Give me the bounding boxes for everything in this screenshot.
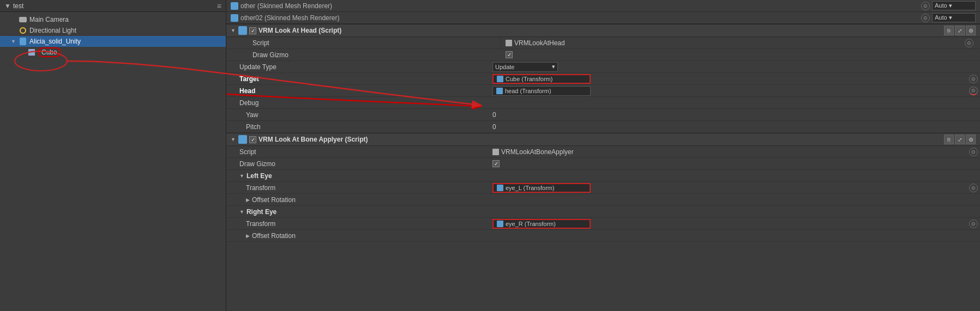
hierarchy-title: ▼ test: [4, 2, 23, 10]
left-eye-transform-text: eye_L (Transform): [506, 185, 555, 191]
right-eye-header: ▼ Right Eye: [226, 208, 488, 216]
draw-gizmo-row-bone: Draw Gizmo ✓: [226, 158, 980, 170]
transform-icon-target: [497, 76, 503, 82]
right-eye-transform-box[interactable]: eye_R (Transform): [492, 219, 591, 229]
vrm-look-at-bone-header[interactable]: ▼ ✓ VRM Look At Bone Applyer (Script) ⎘ …: [226, 133, 980, 146]
update-type-label-text: Update Type: [239, 63, 276, 71]
target-row: Target Cube (Transform) ⊙: [226, 73, 980, 85]
section-copy-btn-bone[interactable]: ⎘: [944, 135, 954, 144]
draw-gizmo-value-bone: ✓: [488, 160, 980, 167]
renderer-other-dropdown[interactable]: Auto ▾: [932, 1, 976, 10]
script-value-text: VRMLookAtHead: [514, 39, 565, 47]
left-eye-section[interactable]: ▼ Left Eye: [226, 170, 980, 182]
yaw-value: 0: [488, 111, 980, 119]
script-value-bone: VRMLookAtBoneApplyer: [488, 148, 969, 156]
camera-icon: [19, 15, 27, 24]
section-dock-btn-bone[interactable]: ⤢: [955, 135, 965, 144]
script-circle-head[interactable]: ⊙: [965, 39, 973, 47]
right-eye-offset-label-text: Offset Rotation: [252, 232, 296, 240]
head-value: head (Transform): [488, 86, 969, 96]
target-circle[interactable]: ⊙: [969, 75, 978, 83]
pitch-label: Pitch: [226, 123, 488, 131]
right-eye-end: ⊙: [969, 219, 980, 228]
transform-icon-right-eye: [497, 221, 503, 227]
script-label-text: Script: [252, 39, 269, 47]
hierarchy-item-cube[interactable]: Cube: [0, 47, 226, 58]
hierarchy-menu-icon[interactable]: ≡: [217, 2, 221, 10]
renderer-row-other02: other02 (Skinned Mesh Renderer) ⊙ Auto ▾: [226, 12, 980, 24]
script-label-bone: Script: [226, 148, 488, 156]
target-label-text: Target: [239, 75, 259, 83]
left-eye-circle[interactable]: ⊙: [969, 184, 978, 192]
pitch-value-text: 0: [492, 123, 496, 131]
yaw-label: Yaw: [226, 111, 488, 119]
hierarchy-items: Main Camera Directional Light ▼ Alicia_s…: [0, 12, 226, 60]
script-label-bone-text: Script: [239, 148, 256, 156]
dropdown-arrow: ▾: [552, 63, 555, 70]
right-eye-offset-row: ▶ Offset Rotation: [226, 230, 980, 242]
light-icon: [19, 26, 27, 35]
head-label-text: Head: [239, 87, 255, 95]
renderer-row-other: other (Skinned Mesh Renderer) ⊙ Auto ▾: [226, 0, 980, 12]
renderer-other02-dropdown[interactable]: Auto ▾: [932, 13, 976, 22]
target-value-box[interactable]: Cube (Transform): [492, 74, 591, 84]
renderer-other-controls: ⊙ Auto ▾: [921, 1, 976, 10]
file-icon-head: [506, 40, 512, 46]
right-eye-section[interactable]: ▼ Right Eye: [226, 206, 980, 218]
left-eye-transform-box[interactable]: eye_L (Transform): [492, 183, 591, 193]
update-type-row: Update Type Update ▾: [226, 61, 980, 73]
left-eye-offset-expand: ▶: [246, 197, 250, 203]
right-eye-circle[interactable]: ⊙: [969, 219, 978, 228]
section-expand-head: ▼: [231, 28, 236, 33]
yaw-value-text: 0: [492, 111, 496, 119]
script-end-head: ⊙: [965, 39, 976, 47]
section-checkbox-head[interactable]: ✓: [249, 27, 256, 34]
section-dock-btn-head[interactable]: ⤢: [955, 26, 965, 35]
hierarchy-item-directional-light[interactable]: Directional Light: [0, 25, 226, 36]
draw-gizmo-check-bone[interactable]: ✓: [492, 160, 500, 167]
left-eye-transform-row: Transform eye_L (Transform) ⊙: [226, 182, 980, 194]
draw-gizmo-label-bone: Draw Gizmo: [226, 160, 488, 168]
debug-row: Debug: [226, 97, 980, 109]
cube-label: Cube: [38, 47, 61, 57]
hierarchy-header: ▼ test ≡: [0, 0, 226, 12]
expand-icon: ▼: [4, 2, 11, 10]
update-type-text: Update: [495, 64, 514, 70]
hierarchy-item-main-camera[interactable]: Main Camera: [0, 14, 226, 25]
debug-label-text: Debug: [239, 99, 258, 107]
head-value-text: head (Transform): [505, 88, 551, 94]
debug-label: Debug: [226, 99, 488, 107]
section-menu-btn-bone[interactable]: ⚙: [966, 135, 976, 144]
expand-arrow-alicia: ▼: [11, 39, 16, 44]
yaw-label-text: Yaw: [246, 111, 258, 119]
update-type-label: Update Type: [226, 63, 488, 71]
target-value: Cube (Transform): [488, 74, 969, 84]
right-eye-transform-row: Transform eye_R (Transform) ⊙: [226, 218, 980, 230]
left-eye-transform-label: Transform: [226, 184, 488, 192]
hierarchy-item-alicia[interactable]: ▼ Alicia_solid_Unity: [0, 36, 226, 47]
script-end-bone: ⊙: [969, 148, 980, 156]
script-circle-bone[interactable]: ⊙: [969, 148, 978, 156]
left-eye-expand: ▼: [239, 173, 244, 179]
renderer-other-circle[interactable]: ⊙: [921, 2, 930, 10]
draw-gizmo-check-head[interactable]: ✓: [506, 51, 513, 58]
section-buttons-head: ⎘ ⤢ ⚙: [944, 26, 976, 35]
directional-light-label: Directional Light: [29, 27, 76, 34]
script-row-bone: Script VRMLookAtBoneApplyer ⊙: [226, 146, 980, 158]
section-copy-btn-head[interactable]: ⎘: [944, 26, 954, 35]
update-type-dropdown[interactable]: Update ▾: [492, 62, 558, 72]
head-circle[interactable]: ⊙: [969, 87, 978, 95]
update-type-value: Update ▾: [488, 62, 980, 72]
renderer-other02-circle[interactable]: ⊙: [921, 14, 930, 22]
vrm-look-at-head-header[interactable]: ▼ ✓ VRM Look At Head (Script) ⎘ ⤢ ⚙: [226, 24, 980, 37]
left-eye-transform-label-text: Transform: [246, 184, 275, 192]
section-menu-btn-head[interactable]: ⚙: [966, 26, 976, 35]
left-eye-offset-label: ▶ Offset Rotation: [226, 196, 488, 204]
transform-icon-left-eye: [497, 185, 503, 191]
head-value-box[interactable]: head (Transform): [492, 86, 591, 96]
section-checkbox-bone[interactable]: ✓: [249, 136, 256, 143]
alicia-label: Alicia_solid_Unity: [29, 38, 81, 45]
inspector-panel: other (Skinned Mesh Renderer) ⊙ Auto ▾ o…: [226, 0, 980, 311]
draw-gizmo-value-head: ✓: [501, 51, 976, 58]
section-icon-head: [238, 26, 247, 35]
